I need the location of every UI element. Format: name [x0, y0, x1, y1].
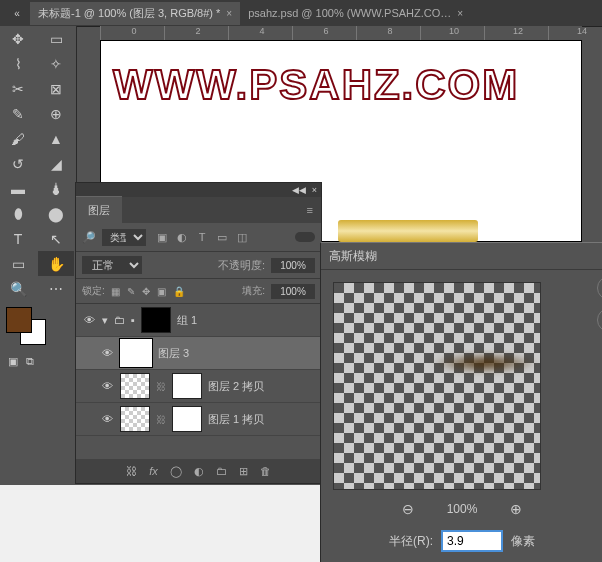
lock-all-icon[interactable]: 🔒 — [173, 286, 185, 297]
eraser-tool[interactable]: ◢ — [38, 151, 74, 176]
lock-pixels-icon[interactable]: ▦ — [111, 286, 120, 297]
layers-list: 👁 ▾ 🗀 ▪ 组 1 👁 图层 3 👁 ⛓ 图层 2 拷贝 👁 — [76, 304, 321, 436]
slice-tool[interactable]: ⊠ — [38, 76, 74, 101]
lock-label: 锁定: — [82, 284, 105, 298]
opacity-input[interactable] — [271, 258, 315, 273]
bucket-tool[interactable]: 🌢 — [38, 176, 74, 201]
link-icon[interactable]: ⛓ — [156, 414, 166, 425]
filter-smart-icon[interactable]: ◫ — [236, 231, 248, 244]
watermark-text: WWW.PSAHZ.COM — [101, 41, 581, 129]
ok-button[interactable]: 确定 — [597, 276, 602, 300]
effect-preview[interactable] — [333, 282, 541, 490]
kind-select[interactable]: 类型 — [102, 229, 146, 246]
filter-adjust-icon[interactable]: ◐ — [176, 231, 188, 244]
collapse-icon[interactable]: ◀◀ — [292, 185, 306, 195]
tool-strip: ✥ ▭ ⌇ ✧ ✂ ⊠ ✎ ⊕ 🖌 ▲ ↺ ◢ ▬ 🌢 ⬮ ⬤ T ↖ ▭ ✋ … — [0, 26, 77, 484]
blend-mode-select[interactable]: 正常 — [82, 256, 142, 274]
fx-icon[interactable]: fx — [149, 465, 158, 477]
panel-menu-icon[interactable]: ≡ — [299, 204, 321, 216]
passthrough-icon: ▪ — [131, 314, 135, 326]
folder-icon: 🗀 — [114, 314, 125, 326]
mask-thumbnail[interactable] — [172, 373, 202, 399]
opacity-label: 不透明度: — [218, 258, 265, 273]
mask-thumbnail[interactable] — [141, 307, 171, 333]
radius-input[interactable] — [441, 530, 503, 552]
visibility-icon[interactable]: 👁 — [100, 413, 114, 425]
link-icon[interactable]: ⛓ — [156, 381, 166, 392]
lock-artboard-icon[interactable]: ▣ — [157, 286, 166, 297]
layers-panel: ◀◀ × 图层 ≡ 🔎 类型 ▣ ◐ T ▭ ◫ 正常 不透明度: 锁定: — [75, 182, 322, 484]
stamp-tool[interactable]: ▲ — [38, 126, 74, 151]
visibility-icon[interactable]: 👁 — [82, 314, 96, 326]
layer-name: 图层 1 拷贝 — [208, 412, 264, 427]
layer-thumbnail[interactable] — [120, 373, 150, 399]
link-layers-icon[interactable]: ⛓ — [126, 465, 137, 477]
layer-thumbnail[interactable] — [120, 406, 150, 432]
lasso-tool[interactable]: ⌇ — [0, 51, 36, 76]
preview-content — [430, 353, 540, 373]
zoom-level: 100% — [447, 502, 478, 516]
adjustment-icon[interactable]: ◐ — [194, 465, 204, 478]
layers-tab[interactable]: 图层 — [76, 196, 122, 224]
layer-row[interactable]: 👁 ⛓ 图层 2 拷贝 — [76, 370, 321, 403]
layer-row[interactable]: 👁 ⛓ 图层 1 拷贝 — [76, 403, 321, 436]
shape-tool[interactable]: ▭ — [0, 251, 36, 276]
magic-wand-tool[interactable]: ✧ — [38, 51, 74, 76]
document-tabbar: « 未标题-1 @ 100% (图层 3, RGB/8#) * × psahz.… — [0, 0, 602, 27]
lock-position-icon[interactable]: ✥ — [142, 286, 150, 297]
layer-row-group[interactable]: 👁 ▾ 🗀 ▪ 组 1 — [76, 304, 321, 337]
canvas-object — [338, 220, 478, 242]
history-brush-tool[interactable]: ↺ — [0, 151, 36, 176]
document-tab-2[interactable]: psahz.psd @ 100% (WWW.PSAHZ.CO… × — [240, 3, 471, 23]
path-tool[interactable]: ↖ — [38, 226, 74, 251]
eyedropper-tool[interactable]: ✎ — [0, 101, 36, 126]
close-icon[interactable]: × — [457, 8, 463, 19]
marquee-tool[interactable]: ▭ — [38, 26, 74, 51]
group-icon[interactable]: 🗀 — [216, 465, 227, 477]
layer-thumbnail[interactable] — [120, 339, 152, 367]
visibility-icon[interactable]: 👁 — [100, 380, 114, 392]
screenmode-icon[interactable]: ⧉ — [26, 355, 34, 368]
quickmask-icon[interactable]: ▣ — [8, 355, 18, 368]
hand-tool[interactable]: ✋ — [38, 251, 74, 276]
dialog-title: 高斯模糊 — [321, 243, 602, 270]
layer-name: 图层 2 拷贝 — [208, 379, 264, 394]
radius-label: 半径(R): — [389, 533, 433, 550]
blur-tool[interactable]: ⬮ — [0, 201, 36, 226]
type-tool[interactable]: T — [0, 226, 36, 251]
close-icon[interactable]: × — [312, 185, 317, 195]
delete-icon[interactable]: 🗑 — [260, 465, 271, 477]
gradient-tool[interactable]: ▬ — [0, 176, 36, 201]
ruler-horizontal: 0 2 4 6 8 10 12 14 16 — [100, 26, 582, 40]
collapse-icon[interactable]: « — [10, 6, 24, 20]
mask-thumbnail[interactable] — [172, 406, 202, 432]
radius-unit: 像素 — [511, 533, 535, 550]
filter-toggle[interactable] — [295, 232, 315, 242]
color-swatches[interactable] — [0, 301, 76, 351]
visibility-icon[interactable]: 👁 — [100, 347, 114, 359]
document-tab-1[interactable]: 未标题-1 @ 100% (图层 3, RGB/8#) * × — [30, 2, 240, 25]
crop-tool[interactable]: ✂ — [0, 76, 36, 101]
zoom-tool[interactable]: 🔍 — [0, 276, 36, 301]
brush-tool[interactable]: 🖌 — [0, 126, 36, 151]
zoom-in-icon[interactable]: ⊕ — [507, 500, 525, 518]
close-icon[interactable]: × — [226, 8, 232, 19]
new-layer-icon[interactable]: ⊞ — [239, 465, 248, 478]
mask-icon[interactable]: ◯ — [170, 465, 182, 478]
zoom-out-icon[interactable]: ⊖ — [399, 500, 417, 518]
more-tool[interactable]: ⋯ — [38, 276, 74, 301]
filter-image-icon[interactable]: ▣ — [156, 231, 168, 244]
move-tool[interactable]: ✥ — [0, 26, 36, 51]
reset-button[interactable]: 复位 — [597, 308, 602, 332]
dodge-tool[interactable]: ⬤ — [38, 201, 74, 226]
foreground-color[interactable] — [6, 307, 32, 333]
filter-shape-icon[interactable]: ▭ — [216, 231, 228, 244]
fill-input[interactable] — [271, 284, 315, 299]
search-icon[interactable]: 🔎 — [82, 231, 96, 244]
healing-tool[interactable]: ⊕ — [38, 101, 74, 126]
layers-footer: ⛓ fx ◯ ◐ 🗀 ⊞ 🗑 — [76, 459, 321, 483]
layer-row[interactable]: 👁 图层 3 — [76, 337, 321, 370]
lock-brush-icon[interactable]: ✎ — [127, 286, 135, 297]
filter-type-icon[interactable]: T — [196, 231, 208, 244]
chevron-down-icon[interactable]: ▾ — [102, 314, 108, 327]
